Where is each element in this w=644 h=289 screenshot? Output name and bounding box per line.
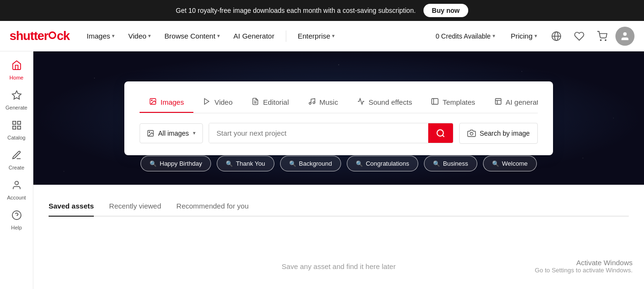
favorites-button[interactable]: [570, 27, 589, 46]
asset-tab-recently-viewed[interactable]: Recently viewed: [109, 196, 161, 217]
help-icon: [11, 210, 22, 223]
music-tab-icon: [308, 98, 316, 107]
pill-background[interactable]: 🔍 Background: [280, 156, 341, 171]
svg-rect-8: [17, 121, 20, 124]
video-tab-icon: [203, 98, 211, 107]
chevron-down-icon: ▾: [112, 33, 115, 39]
sidebar-item-create[interactable]: Create: [0, 145, 33, 175]
tab-sound-effects[interactable]: Sound effects: [348, 93, 422, 113]
svg-rect-9: [12, 126, 15, 129]
tab-video[interactable]: Video: [193, 93, 242, 113]
buy-now-button[interactable]: Buy now: [423, 4, 468, 17]
logo-icon: [49, 31, 56, 39]
search-input[interactable]: [209, 123, 428, 143]
svg-rect-23: [495, 99, 501, 104]
nav-right: 0 Credits Available ▾ Pricing ▾: [430, 27, 634, 46]
search-tab-bar: Images Video Editorial: [140, 93, 538, 113]
svg-point-28: [470, 132, 473, 135]
sidebar-item-help[interactable]: Help: [0, 205, 33, 235]
images-tab-icon: [149, 98, 157, 107]
search-row: All images ▾ Search by image: [140, 123, 538, 144]
chevron-down-icon: ▾: [148, 33, 151, 39]
camera-icon: [467, 129, 476, 138]
credits-button[interactable]: 0 Credits Available ▾: [430, 29, 501, 44]
search-pill-icon: 🔍: [433, 160, 440, 167]
main-layout: Home Generate Catalog Create Account: [0, 51, 644, 289]
search-icon: [436, 129, 445, 138]
tab-images[interactable]: Images: [140, 93, 193, 113]
svg-marker-16: [205, 99, 209, 104]
search-pill-icon: 🔍: [289, 160, 296, 167]
svg-marker-6: [12, 91, 20, 99]
sidebar-item-generate[interactable]: Generate: [0, 85, 33, 115]
search-by-image-button[interactable]: Search by image: [459, 123, 538, 144]
sidebar-item-account[interactable]: Account: [0, 175, 33, 205]
chevron-down-icon: ▾: [217, 33, 220, 39]
svg-point-5: [623, 32, 626, 35]
language-button[interactable]: [547, 27, 566, 46]
tab-music[interactable]: Music: [299, 93, 348, 113]
logo[interactable]: shutterck: [10, 29, 70, 43]
chevron-down-icon: ▾: [493, 33, 495, 39]
svg-point-11: [15, 181, 18, 185]
pill-welcome[interactable]: 🔍 Welcome: [483, 156, 537, 171]
sidebar-item-catalog[interactable]: Catalog: [0, 115, 33, 145]
account-icon: [11, 180, 22, 193]
search-submit-button[interactable]: [428, 123, 453, 143]
cart-button[interactable]: [593, 27, 612, 46]
create-icon: [11, 150, 22, 163]
nav-enterprise[interactable]: Enterprise ▾: [292, 28, 341, 44]
chevron-down-icon: ▾: [534, 33, 537, 39]
pill-congratulations[interactable]: 🔍 Congratulations: [347, 156, 418, 171]
saved-assets-empty: Save any asset and find it here later: [49, 228, 629, 289]
chevron-down-icon: ▾: [193, 130, 196, 136]
nav-links: Images ▾ Video ▾ Browse Content ▾ AI Gen…: [81, 28, 430, 44]
svg-point-20: [313, 101, 315, 103]
svg-point-26: [437, 130, 443, 136]
chevron-down-icon: ▾: [332, 33, 335, 39]
editorial-tab-icon: [252, 98, 259, 107]
asset-tab-saved[interactable]: Saved assets: [49, 196, 94, 217]
search-pill-icon: 🔍: [150, 160, 157, 167]
search-box: Images Video Editorial: [124, 81, 553, 155]
nav-images[interactable]: Images ▾: [81, 28, 121, 44]
templates-tab-icon: [431, 98, 439, 107]
svg-rect-21: [432, 99, 438, 104]
sidebar: Home Generate Catalog Create Account: [0, 51, 33, 289]
hero-section: Images Video Editorial: [33, 51, 644, 185]
svg-point-25: [149, 131, 150, 132]
tab-templates[interactable]: Templates: [422, 93, 484, 113]
asset-tab-recommended[interactable]: Recommended for you: [176, 196, 249, 217]
top-banner: Get 10 royalty-free image downloads each…: [0, 0, 644, 21]
nav-separator: [286, 30, 286, 42]
suggestion-pills: 🔍 Happy Birthday 🔍 Thank You 🔍 Backgroun…: [33, 156, 644, 171]
nav-ai-generator[interactable]: AI Generator: [228, 28, 280, 44]
home-icon: [11, 60, 22, 73]
generate-icon: [11, 90, 22, 103]
pill-thank-you[interactable]: 🔍 Thank You: [217, 156, 274, 171]
svg-line-27: [443, 135, 444, 137]
search-type-select[interactable]: All images ▾: [140, 123, 203, 143]
pricing-button[interactable]: Pricing ▾: [505, 28, 543, 44]
svg-rect-10: [17, 126, 20, 129]
sidebar-item-home[interactable]: Home: [0, 55, 33, 85]
tab-editorial[interactable]: Editorial: [242, 93, 298, 113]
image-type-icon: [147, 130, 154, 137]
nav-video[interactable]: Video ▾: [122, 28, 157, 44]
pill-business[interactable]: 🔍 Business: [424, 156, 477, 171]
search-input-wrap: [209, 123, 453, 143]
tab-ai-generator[interactable]: AI generator: [485, 93, 538, 113]
svg-point-15: [151, 100, 152, 100]
ai-generator-tab-icon: [494, 98, 502, 107]
pill-happy-birthday[interactable]: 🔍 Happy Birthday: [141, 156, 211, 171]
banner-text: Get 10 royalty-free image downloads each…: [176, 7, 415, 14]
nav-browse-content[interactable]: Browse Content ▾: [159, 28, 226, 44]
svg-rect-7: [12, 121, 15, 124]
navbar: shutterck Images ▾ Video ▾ Browse Conten…: [0, 21, 644, 51]
catalog-icon: [11, 120, 22, 133]
search-pill-icon: 🔍: [356, 160, 363, 167]
svg-point-19: [309, 102, 311, 104]
content-area: Images Video Editorial: [33, 51, 644, 289]
svg-point-12: [12, 211, 20, 219]
user-avatar[interactable]: [615, 27, 634, 46]
